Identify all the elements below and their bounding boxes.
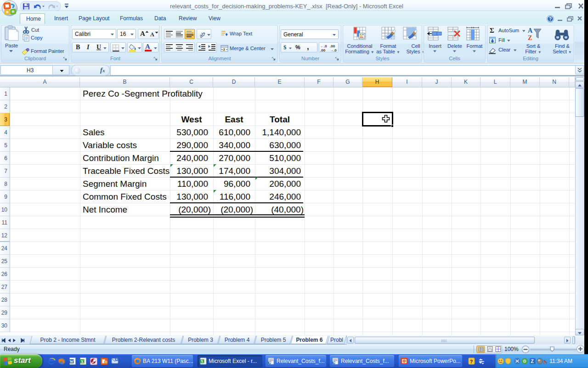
svg-text:.00: .00 <box>320 48 326 52</box>
svg-text:X: X <box>200 359 204 363</box>
svg-text:W: W <box>333 361 337 365</box>
svg-text:→.0: →.0 <box>330 48 337 52</box>
svg-text:?: ? <box>549 17 552 22</box>
svg-text:Z: Z <box>528 34 532 41</box>
svg-text:a: a <box>223 47 225 52</box>
svg-text:Z: Z <box>531 359 534 364</box>
svg-text:N: N <box>543 358 547 365</box>
svg-text:?: ? <box>470 359 473 364</box>
svg-text:X: X <box>81 359 84 364</box>
svg-text:A: A <box>528 27 533 34</box>
svg-text:W: W <box>269 361 272 365</box>
svg-text:W: W <box>70 360 74 364</box>
svg-text:ab: ab <box>198 31 206 39</box>
